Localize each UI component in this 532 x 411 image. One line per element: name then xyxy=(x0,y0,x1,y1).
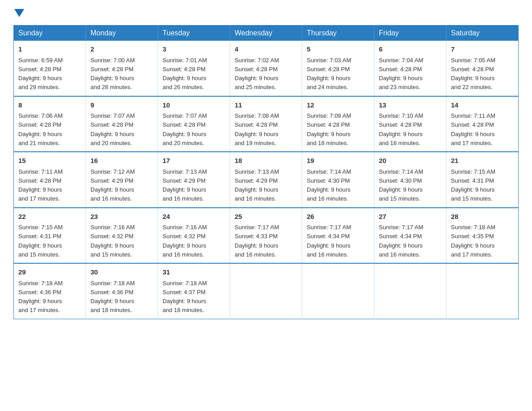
day-info: Sunrise: 7:18 AM Sunset: 4:36 PM Dayligh… xyxy=(90,280,135,314)
day-of-week-saturday: Saturday xyxy=(446,26,519,41)
day-info: Sunrise: 7:02 AM Sunset: 4:28 PM Dayligh… xyxy=(235,57,279,91)
day-info: Sunrise: 7:13 AM Sunset: 4:29 PM Dayligh… xyxy=(235,168,279,202)
day-number: 4 xyxy=(235,44,297,55)
day-of-week-monday: Monday xyxy=(86,26,158,41)
day-number: 2 xyxy=(90,44,153,55)
day-number: 6 xyxy=(379,44,442,55)
calendar-cell: 8 Sunrise: 7:06 AM Sunset: 4:28 PM Dayli… xyxy=(14,96,86,152)
day-number: 7 xyxy=(451,44,514,55)
calendar-table: SundayMondayTuesdayWednesdayThursdayFrid… xyxy=(13,25,519,319)
day-info: Sunrise: 6:59 AM Sunset: 4:28 PM Dayligh… xyxy=(18,57,63,91)
day-info: Sunrise: 7:01 AM Sunset: 4:28 PM Dayligh… xyxy=(163,57,207,91)
calendar-week-row: 8 Sunrise: 7:06 AM Sunset: 4:28 PM Dayli… xyxy=(14,96,519,152)
calendar-cell: 11 Sunrise: 7:08 AM Sunset: 4:28 PM Dayl… xyxy=(230,96,302,152)
day-info: Sunrise: 7:17 AM Sunset: 4:33 PM Dayligh… xyxy=(235,224,279,258)
day-info: Sunrise: 7:14 AM Sunset: 4:30 PM Dayligh… xyxy=(307,168,351,202)
calendar-cell: 3 Sunrise: 7:01 AM Sunset: 4:28 PM Dayli… xyxy=(158,41,230,96)
calendar-cell: 26 Sunrise: 7:17 AM Sunset: 4:34 PM Dayl… xyxy=(302,208,374,264)
day-number: 5 xyxy=(307,44,369,55)
day-number: 9 xyxy=(90,100,153,111)
day-info: Sunrise: 7:12 AM Sunset: 4:29 PM Dayligh… xyxy=(90,168,135,202)
calendar-cell xyxy=(446,263,519,319)
day-info: Sunrise: 7:08 AM Sunset: 4:28 PM Dayligh… xyxy=(235,112,279,146)
calendar-cell: 29 Sunrise: 7:18 AM Sunset: 4:36 PM Dayl… xyxy=(14,263,86,319)
day-number: 12 xyxy=(307,100,369,111)
calendar-week-row: 29 Sunrise: 7:18 AM Sunset: 4:36 PM Dayl… xyxy=(14,263,519,319)
calendar-cell: 9 Sunrise: 7:07 AM Sunset: 4:28 PM Dayli… xyxy=(86,96,158,152)
day-number: 25 xyxy=(235,212,297,222)
calendar-week-row: 15 Sunrise: 7:11 AM Sunset: 4:28 PM Dayl… xyxy=(14,152,519,208)
calendar-cell: 16 Sunrise: 7:12 AM Sunset: 4:29 PM Dayl… xyxy=(86,152,158,208)
day-info: Sunrise: 7:15 AM Sunset: 4:31 PM Dayligh… xyxy=(18,224,63,258)
day-number: 23 xyxy=(90,212,153,222)
day-number: 20 xyxy=(379,156,442,166)
calendar-cell: 5 Sunrise: 7:03 AM Sunset: 4:28 PM Dayli… xyxy=(302,41,374,96)
day-of-week-thursday: Thursday xyxy=(302,26,374,41)
day-number: 29 xyxy=(18,267,81,278)
day-info: Sunrise: 7:03 AM Sunset: 4:28 PM Dayligh… xyxy=(307,57,351,91)
day-number: 22 xyxy=(18,212,81,222)
day-of-week-friday: Friday xyxy=(374,26,446,41)
day-info: Sunrise: 7:13 AM Sunset: 4:29 PM Dayligh… xyxy=(163,168,207,202)
day-info: Sunrise: 7:16 AM Sunset: 4:32 PM Dayligh… xyxy=(90,224,135,258)
day-number: 18 xyxy=(235,156,297,166)
calendar-cell xyxy=(374,263,446,319)
calendar-cell: 28 Sunrise: 7:18 AM Sunset: 4:35 PM Dayl… xyxy=(446,208,519,264)
calendar-cell: 1 Sunrise: 6:59 AM Sunset: 4:28 PM Dayli… xyxy=(14,41,86,96)
calendar-cell: 27 Sunrise: 7:17 AM Sunset: 4:34 PM Dayl… xyxy=(374,208,446,264)
day-number: 17 xyxy=(163,156,225,166)
svg-marker-0 xyxy=(14,9,24,17)
calendar-cell: 2 Sunrise: 7:00 AM Sunset: 4:28 PM Dayli… xyxy=(86,41,158,96)
day-number: 24 xyxy=(163,212,225,222)
calendar-cell: 10 Sunrise: 7:07 AM Sunset: 4:28 PM Dayl… xyxy=(158,96,230,152)
calendar-week-row: 22 Sunrise: 7:15 AM Sunset: 4:31 PM Dayl… xyxy=(14,208,519,264)
calendar-cell xyxy=(230,263,302,319)
day-info: Sunrise: 7:18 AM Sunset: 4:36 PM Dayligh… xyxy=(18,280,63,314)
day-info: Sunrise: 7:14 AM Sunset: 4:30 PM Dayligh… xyxy=(379,168,423,202)
day-number: 30 xyxy=(90,267,153,278)
day-info: Sunrise: 7:05 AM Sunset: 4:28 PM Dayligh… xyxy=(451,57,495,91)
calendar-cell: 30 Sunrise: 7:18 AM Sunset: 4:36 PM Dayl… xyxy=(86,263,158,319)
day-number: 27 xyxy=(379,212,442,222)
calendar-cell: 22 Sunrise: 7:15 AM Sunset: 4:31 PM Dayl… xyxy=(14,208,86,264)
day-info: Sunrise: 7:07 AM Sunset: 4:28 PM Dayligh… xyxy=(163,112,207,146)
calendar-cell: 31 Sunrise: 7:18 AM Sunset: 4:37 PM Dayl… xyxy=(158,263,230,319)
calendar-cell: 18 Sunrise: 7:13 AM Sunset: 4:29 PM Dayl… xyxy=(230,152,302,208)
day-number: 16 xyxy=(90,156,153,166)
day-number: 14 xyxy=(451,100,514,111)
logo-arrow-icon xyxy=(14,9,24,17)
calendar-cell: 20 Sunrise: 7:14 AM Sunset: 4:30 PM Dayl… xyxy=(374,152,446,208)
calendar-cell: 12 Sunrise: 7:09 AM Sunset: 4:28 PM Dayl… xyxy=(302,96,374,152)
calendar-cell: 7 Sunrise: 7:05 AM Sunset: 4:28 PM Dayli… xyxy=(446,41,519,96)
page-header xyxy=(13,9,519,17)
day-info: Sunrise: 7:06 AM Sunset: 4:28 PM Dayligh… xyxy=(18,112,63,146)
day-info: Sunrise: 7:11 AM Sunset: 4:28 PM Dayligh… xyxy=(18,168,63,202)
calendar-cell: 6 Sunrise: 7:04 AM Sunset: 4:28 PM Dayli… xyxy=(374,41,446,96)
calendar-cell: 14 Sunrise: 7:11 AM Sunset: 4:28 PM Dayl… xyxy=(446,96,519,152)
day-number: 26 xyxy=(307,212,369,222)
day-number: 19 xyxy=(307,156,369,166)
calendar-cell: 15 Sunrise: 7:11 AM Sunset: 4:28 PM Dayl… xyxy=(14,152,86,208)
day-number: 15 xyxy=(18,156,81,166)
day-info: Sunrise: 7:07 AM Sunset: 4:28 PM Dayligh… xyxy=(90,112,135,146)
day-of-week-sunday: Sunday xyxy=(14,26,86,41)
day-of-week-tuesday: Tuesday xyxy=(158,26,230,41)
calendar-header-row: SundayMondayTuesdayWednesdayThursdayFrid… xyxy=(14,26,519,41)
day-number: 10 xyxy=(163,100,225,111)
day-info: Sunrise: 7:17 AM Sunset: 4:34 PM Dayligh… xyxy=(379,224,423,258)
day-number: 8 xyxy=(18,100,81,111)
day-info: Sunrise: 7:10 AM Sunset: 4:28 PM Dayligh… xyxy=(379,112,423,146)
calendar-cell: 4 Sunrise: 7:02 AM Sunset: 4:28 PM Dayli… xyxy=(230,41,302,96)
day-info: Sunrise: 7:16 AM Sunset: 4:32 PM Dayligh… xyxy=(163,224,207,258)
calendar-cell: 23 Sunrise: 7:16 AM Sunset: 4:32 PM Dayl… xyxy=(86,208,158,264)
day-info: Sunrise: 7:11 AM Sunset: 4:28 PM Dayligh… xyxy=(451,112,495,146)
day-info: Sunrise: 7:18 AM Sunset: 4:35 PM Dayligh… xyxy=(451,224,495,258)
calendar-cell: 21 Sunrise: 7:15 AM Sunset: 4:31 PM Dayl… xyxy=(446,152,519,208)
calendar-cell xyxy=(302,263,374,319)
day-info: Sunrise: 7:15 AM Sunset: 4:31 PM Dayligh… xyxy=(451,168,495,202)
day-info: Sunrise: 7:00 AM Sunset: 4:28 PM Dayligh… xyxy=(90,57,135,91)
calendar-cell: 24 Sunrise: 7:16 AM Sunset: 4:32 PM Dayl… xyxy=(158,208,230,264)
calendar-cell: 25 Sunrise: 7:17 AM Sunset: 4:33 PM Dayl… xyxy=(230,208,302,264)
day-number: 21 xyxy=(451,156,514,166)
day-info: Sunrise: 7:04 AM Sunset: 4:28 PM Dayligh… xyxy=(379,57,423,91)
